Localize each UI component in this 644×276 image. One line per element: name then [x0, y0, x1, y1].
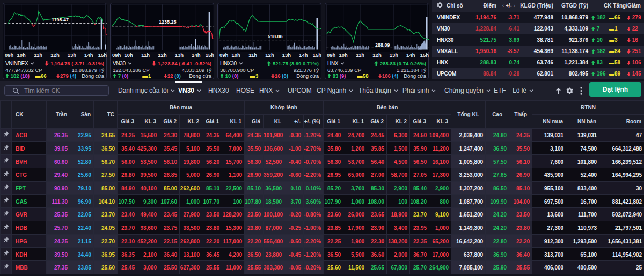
svg-text:11h: 11h [356, 52, 364, 58]
svg-text:14h: 14h [406, 52, 415, 58]
svg-text:09h: 09h [327, 52, 336, 58]
svg-text:14h: 14h [192, 52, 201, 58]
svg-text:11h: 11h [248, 52, 257, 58]
svg-text:13h: 13h [175, 52, 184, 58]
svg-text:10h: 10h [339, 52, 348, 58]
svg-text:12h: 12h [265, 52, 274, 58]
svg-text:14h: 14h [299, 52, 308, 58]
svg-text:1235.25: 1235.25 [159, 19, 177, 25]
svg-text:13h: 13h [390, 52, 399, 58]
svg-text:12h: 12h [158, 52, 167, 58]
svg-text:15h: 15h [206, 52, 215, 58]
svg-text:10h: 10h [17, 52, 26, 58]
svg-text:10h: 10h [125, 52, 134, 58]
svg-text:11h: 11h [34, 52, 42, 58]
svg-text:13h: 13h [68, 52, 77, 58]
svg-text:15h: 15h [420, 52, 429, 58]
svg-text:11h: 11h [141, 52, 150, 58]
svg-text:12h: 12h [50, 52, 60, 58]
svg-text:09h: 09h [5, 52, 14, 58]
svg-text:09h: 09h [219, 52, 229, 58]
svg-text:15h: 15h [98, 52, 107, 58]
svg-text:09h: 09h [112, 52, 121, 58]
svg-text:288.09: 288.09 [375, 42, 390, 48]
svg-text:1198.47: 1198.47 [52, 17, 69, 23]
svg-text:12h: 12h [372, 52, 382, 58]
svg-text:518.06: 518.06 [268, 34, 283, 39]
svg-text:13h: 13h [282, 52, 291, 58]
svg-text:10h: 10h [232, 52, 241, 58]
svg-text:15h: 15h [313, 52, 322, 58]
svg-text:14h: 14h [84, 52, 93, 58]
